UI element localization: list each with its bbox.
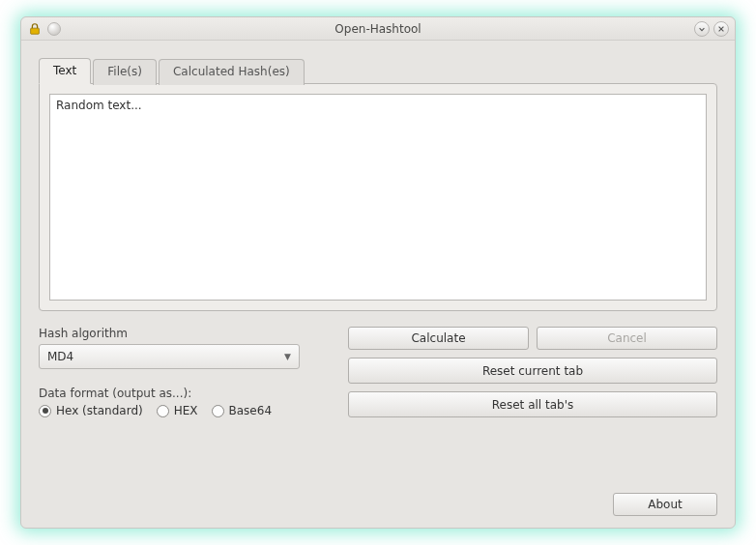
data-format-group: Hex (standard) HEX Base64 (39, 404, 329, 417)
calculate-button[interactable]: Calculate (348, 327, 529, 350)
about-button[interactable]: About (613, 493, 717, 516)
hash-algorithm-select[interactable]: MD4 ▼ (39, 344, 300, 369)
svg-rect-0 (31, 28, 40, 34)
tab-panel-text (39, 83, 717, 311)
radio-hex-upper[interactable]: HEX (157, 404, 198, 417)
close-button[interactable] (713, 21, 729, 37)
window-body: Text File(s) Calculated Hash(es) Hash al… (21, 41, 735, 528)
radio-dot-icon (212, 405, 224, 417)
tabs: Text File(s) Calculated Hash(es) (39, 58, 717, 84)
hash-algorithm-value: MD4 (47, 350, 73, 363)
minimize-button[interactable] (694, 21, 710, 37)
app-menu-icon[interactable] (46, 21, 62, 37)
titlebar: Open-Hashtool (21, 17, 735, 41)
radio-label: Base64 (229, 404, 273, 417)
tab-files[interactable]: File(s) (93, 59, 157, 85)
reset-all-tabs-button[interactable]: Reset all tab's (348, 391, 717, 417)
radio-hex-standard[interactable]: Hex (standard) (39, 404, 143, 417)
window-frame: Open-Hashtool Text File(s) Calculated Ha… (20, 16, 736, 529)
reset-current-tab-button[interactable]: Reset current tab (348, 358, 717, 384)
tab-calculated[interactable]: Calculated Hash(es) (159, 59, 305, 85)
radio-label: HEX (174, 404, 198, 417)
data-format-label: Data format (output as...): (39, 387, 329, 400)
radio-dot-icon (157, 405, 169, 417)
window-title: Open-Hashtool (21, 22, 735, 36)
text-input[interactable] (49, 94, 707, 301)
cancel-button: Cancel (537, 327, 717, 350)
tab-text[interactable]: Text (39, 58, 91, 84)
chevron-down-icon: ▼ (284, 352, 291, 361)
lock-icon (27, 21, 43, 37)
hash-algorithm-label: Hash algorithm (39, 327, 329, 340)
radio-base64[interactable]: Base64 (212, 404, 273, 417)
radio-label: Hex (standard) (56, 404, 143, 417)
radio-dot-icon (39, 405, 51, 417)
